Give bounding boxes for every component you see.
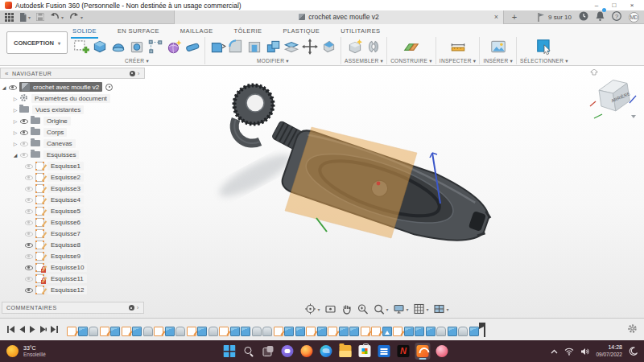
look-at-icon[interactable] bbox=[325, 303, 336, 315]
extrude-feature-icon[interactable] bbox=[317, 327, 327, 336]
insert-image-tool[interactable] bbox=[489, 38, 507, 56]
fillet-feature-icon[interactable] bbox=[208, 327, 218, 336]
visibility-eye-icon[interactable] bbox=[24, 241, 34, 249]
shell-tool[interactable] bbox=[246, 38, 263, 56]
step-forward-icon[interactable] bbox=[39, 325, 47, 334]
volume-icon[interactable] bbox=[580, 348, 589, 356]
visibility-eye-icon[interactable] bbox=[19, 117, 29, 125]
job-history-clock-icon[interactable] bbox=[579, 10, 588, 24]
visibility-eye-icon[interactable] bbox=[24, 184, 34, 193]
go-to-start-icon[interactable] bbox=[6, 325, 15, 334]
create-form-tool[interactable] bbox=[165, 38, 183, 56]
extrude-feature-icon[interactable] bbox=[415, 327, 424, 336]
tree-item-sketch[interactable]: Esquisse9 bbox=[0, 250, 145, 261]
sketch-feature-icon[interactable] bbox=[122, 327, 131, 336]
extrude-feature-icon[interactable] bbox=[132, 327, 142, 336]
expand-icon[interactable]: ▷ bbox=[11, 96, 19, 101]
joint-tool[interactable] bbox=[365, 38, 382, 56]
image-feature-icon[interactable] bbox=[382, 327, 392, 336]
redo-icon[interactable]: ▾ bbox=[69, 12, 83, 23]
fillet-feature-icon[interactable] bbox=[89, 327, 98, 336]
pipe-tool[interactable] bbox=[184, 38, 201, 56]
create-sketch-tool[interactable] bbox=[72, 38, 90, 56]
chat-icon[interactable] bbox=[279, 343, 295, 360]
sketch-feature-icon[interactable] bbox=[154, 327, 163, 336]
tree-item-sketch[interactable]: Esquisse7 bbox=[0, 228, 145, 239]
extrude-feature-icon[interactable] bbox=[448, 327, 457, 336]
undo-icon[interactable]: ▾ bbox=[50, 12, 64, 23]
explorer-icon[interactable] bbox=[337, 343, 353, 360]
orbit-icon[interactable]: ▾ bbox=[305, 303, 320, 315]
measure-tool[interactable] bbox=[449, 38, 467, 56]
clock-widget[interactable]: 14:28 09/07/2022 bbox=[596, 344, 622, 357]
fillet-feature-icon[interactable] bbox=[252, 327, 262, 336]
draft-tool[interactable] bbox=[320, 38, 337, 56]
tree-item-vues-existantes[interactable]: ▷ Vues existantes bbox=[0, 104, 145, 115]
construction-plane-tool[interactable] bbox=[402, 38, 420, 56]
tree-item-corps[interactable]: ▷ Corps bbox=[0, 126, 145, 138]
edge-icon[interactable] bbox=[318, 343, 333, 360]
visibility-eye-icon[interactable] bbox=[19, 150, 29, 159]
tree-item-sketch[interactable]: Esquisse5 bbox=[0, 205, 145, 216]
tree-item-sketch[interactable]: Esquisse10 bbox=[0, 261, 145, 273]
fillet-tool[interactable] bbox=[227, 38, 245, 56]
panel-chevron-icon[interactable]: › bbox=[138, 70, 140, 77]
tree-item-sketch[interactable]: Esquisse1 bbox=[0, 160, 145, 171]
pan-hand-icon[interactable] bbox=[341, 303, 353, 315]
visibility-eye-icon[interactable] bbox=[24, 162, 34, 171]
panel-options-icon[interactable] bbox=[129, 305, 134, 311]
step-back-icon[interactable] bbox=[19, 325, 26, 334]
new-tab-button[interactable]: + bbox=[509, 12, 520, 22]
display-settings-icon[interactable]: ▾ bbox=[394, 303, 409, 315]
mail-icon[interactable] bbox=[376, 343, 391, 360]
sketch-feature-icon[interactable] bbox=[371, 327, 381, 336]
extrude-feature-icon[interactable] bbox=[230, 327, 240, 336]
grid-settings-icon[interactable]: ▾ bbox=[414, 303, 429, 315]
expand-icon[interactable]: ▷ bbox=[11, 130, 19, 135]
workspace-selector[interactable]: CONCEPTION▾ bbox=[6, 31, 68, 54]
visibility-eye-icon[interactable] bbox=[24, 229, 34, 238]
tree-item-sketch[interactable]: Esquisse6 bbox=[0, 216, 145, 228]
sketch-feature-icon[interactable] bbox=[274, 327, 283, 336]
tree-item-esquisses[interactable]: ◢ Esquisses bbox=[0, 149, 145, 160]
play-icon[interactable] bbox=[29, 325, 36, 334]
tree-item-origine[interactable]: ▷ Origine bbox=[0, 115, 145, 126]
firefox-icon[interactable] bbox=[299, 343, 314, 360]
tree-item-canevas[interactable]: ▷ Canevas bbox=[0, 138, 145, 149]
extrude-feature-icon[interactable] bbox=[469, 327, 479, 336]
fillet-feature-icon[interactable] bbox=[175, 327, 185, 336]
press-pull-tool[interactable] bbox=[208, 38, 226, 56]
visibility-eye-icon[interactable] bbox=[24, 218, 34, 227]
extrude-feature-icon[interactable] bbox=[110, 327, 120, 336]
expand-icon[interactable]: ◢ bbox=[11, 152, 19, 158]
view-cube[interactable]: ARRIÈRE bbox=[588, 69, 639, 121]
fillet-feature-icon[interactable] bbox=[458, 327, 468, 336]
expand-icon[interactable]: ◢ bbox=[0, 84, 8, 90]
expand-icon[interactable]: ▷ bbox=[11, 141, 19, 146]
game-icon[interactable] bbox=[434, 343, 449, 360]
extrude-feature-icon[interactable] bbox=[197, 327, 207, 336]
fusion-360-icon[interactable] bbox=[415, 343, 430, 360]
tree-item-sketch[interactable]: Esquisse8 bbox=[0, 239, 145, 250]
tree-item-parametres[interactable]: ▷ Paramètres du document bbox=[0, 93, 145, 104]
fillet-feature-icon[interactable] bbox=[436, 327, 446, 336]
sketch-feature-icon[interactable] bbox=[306, 327, 316, 336]
extrude-feature-icon[interactable] bbox=[339, 327, 349, 336]
3d-model-crochet-moufle[interactable] bbox=[213, 72, 535, 261]
extrude-feature-icon[interactable] bbox=[295, 327, 305, 336]
user-avatar[interactable]: MD bbox=[629, 12, 639, 23]
sketch-feature-icon[interactable] bbox=[100, 327, 109, 336]
navigator-header[interactable]: « NAVIGATEUR › bbox=[0, 68, 145, 79]
expand-icon[interactable]: ▷ bbox=[11, 107, 19, 113]
extrude-feature-icon[interactable] bbox=[78, 327, 88, 336]
tree-item-sketch[interactable]: Esquisse12 bbox=[0, 284, 145, 295]
visibility-eye-icon[interactable] bbox=[19, 139, 29, 148]
tree-item-sketch[interactable]: Esquisse3 bbox=[0, 183, 145, 194]
focus-assist-moon-icon[interactable] bbox=[629, 347, 638, 356]
tree-item-sketch[interactable]: Esquisse2 bbox=[0, 171, 145, 183]
comments-panel-header[interactable]: COMMENTAIRES › bbox=[2, 302, 144, 314]
control-points-tool[interactable] bbox=[147, 38, 164, 56]
tab-close-icon[interactable]: × bbox=[494, 13, 498, 21]
viewports-icon[interactable]: ▾ bbox=[434, 303, 449, 315]
visibility-eye-icon[interactable] bbox=[24, 274, 34, 283]
